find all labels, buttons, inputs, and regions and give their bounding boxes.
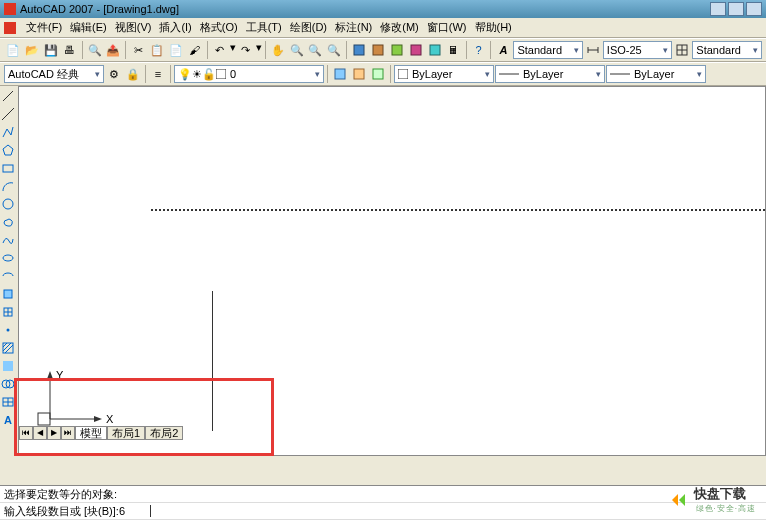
close-button[interactable]	[746, 2, 762, 16]
redo-dropdown[interactable]: ▾	[256, 41, 262, 59]
svg-rect-14	[373, 69, 383, 79]
svg-rect-11	[216, 69, 226, 79]
menu-tools[interactable]: 工具(T)	[242, 18, 286, 37]
menu-format[interactable]: 格式(O)	[196, 18, 242, 37]
open-button[interactable]: 📂	[23, 41, 41, 59]
table-style-combo[interactable]: Standard▾	[692, 41, 762, 59]
tab-model[interactable]: 模型	[75, 426, 107, 440]
menu-dimension[interactable]: 标注(N)	[331, 18, 376, 37]
layer-state-button[interactable]	[350, 65, 368, 83]
dim-style-combo[interactable]: ISO-25▾	[603, 41, 673, 59]
publish-button[interactable]: 📤	[104, 41, 122, 59]
tab-layout2[interactable]: 布局2	[145, 426, 183, 440]
pan-button[interactable]: ✋	[269, 41, 287, 59]
menu-view[interactable]: 视图(V)	[111, 18, 156, 37]
text-style-icon[interactable]: A	[494, 41, 512, 59]
command-input[interactable]	[119, 505, 149, 517]
construction-line-tool[interactable]	[0, 106, 16, 122]
tab-nav-first[interactable]: ⏮	[19, 426, 33, 440]
make-block-tool[interactable]	[0, 304, 16, 320]
table-style-icon[interactable]	[673, 41, 691, 59]
ellipse-tool[interactable]	[0, 250, 16, 266]
svg-line-32	[5, 345, 13, 353]
properties-button[interactable]	[350, 41, 368, 59]
maximize-button[interactable]	[728, 2, 744, 16]
dim-style-icon[interactable]	[584, 41, 602, 59]
point-tool[interactable]	[0, 322, 16, 338]
help-button[interactable]: ?	[470, 41, 488, 59]
watermark: 快盘下载 绿色·安全·高速	[670, 485, 756, 514]
polyline-tool[interactable]	[0, 124, 16, 140]
layer-previous-button[interactable]	[331, 65, 349, 83]
hatch-tool[interactable]	[0, 340, 16, 356]
ellipse-arc-tool[interactable]	[0, 268, 16, 284]
arc-tool[interactable]	[0, 178, 16, 194]
svg-rect-1	[373, 45, 383, 55]
zoom-window-button[interactable]: 🔍	[306, 41, 324, 59]
lightbulb-icon: 💡	[178, 69, 192, 80]
tab-nav-last[interactable]: ⏭	[61, 426, 75, 440]
sheet-set-button[interactable]	[407, 41, 425, 59]
region-tool[interactable]	[0, 376, 16, 392]
menu-file[interactable]: 文件(F)	[22, 18, 66, 37]
match-button[interactable]: 🖌	[186, 41, 204, 59]
text-style-combo[interactable]: Standard▾	[513, 41, 583, 59]
designcenter-button[interactable]	[369, 41, 387, 59]
command-input-row[interactable]: 输入线段数目或 [块(B)]:	[0, 503, 766, 520]
layer-manager-button[interactable]: ≡	[149, 65, 167, 83]
svg-point-23	[3, 255, 13, 261]
layer-combo[interactable]: 💡 ☀ 🔓 0 ▾	[174, 65, 324, 83]
paste-button[interactable]: 📄	[167, 41, 185, 59]
minimize-button[interactable]	[710, 2, 726, 16]
polygon-tool[interactable]	[0, 142, 16, 158]
menu-help[interactable]: 帮助(H)	[471, 18, 516, 37]
svg-marker-45	[679, 494, 685, 506]
lineweight-combo[interactable]: ByLayer▾	[606, 65, 706, 83]
color-combo[interactable]: ByLayer▾	[394, 65, 494, 83]
app-icon-small	[4, 22, 16, 34]
svg-rect-15	[398, 69, 408, 79]
insert-block-tool[interactable]	[0, 286, 16, 302]
zoom-previous-button[interactable]: 🔍	[325, 41, 343, 59]
gradient-tool[interactable]	[0, 358, 16, 374]
calc-button[interactable]: 🖩	[445, 41, 463, 59]
workspace-combo[interactable]: AutoCAD 经典▾	[4, 65, 104, 83]
linetype-combo[interactable]: ByLayer▾	[495, 65, 605, 83]
menu-insert[interactable]: 插入(I)	[155, 18, 195, 37]
menu-modify[interactable]: 修改(M)	[376, 18, 423, 37]
redo-button[interactable]: ↷	[237, 41, 255, 59]
drawing-area[interactable]: Y X ⏮ ◀ ▶ ⏭ 模型 布局1 布局2	[18, 86, 766, 456]
print-button[interactable]: 🖶	[61, 41, 79, 59]
svg-rect-12	[335, 69, 345, 79]
tab-layout1[interactable]: 布局1	[107, 426, 145, 440]
plot-preview-button[interactable]: 🔍	[86, 41, 104, 59]
spline-tool[interactable]	[0, 232, 16, 248]
rectangle-tool[interactable]	[0, 160, 16, 176]
menu-draw[interactable]: 绘图(D)	[286, 18, 331, 37]
workspace-settings-button[interactable]: ⚙	[105, 65, 123, 83]
draw-toolbar: A	[0, 86, 18, 430]
zoom-realtime-button[interactable]: 🔍	[288, 41, 306, 59]
svg-rect-3	[411, 45, 421, 55]
line-tool[interactable]	[0, 88, 16, 104]
tab-nav-next[interactable]: ▶	[47, 426, 61, 440]
svg-marker-40	[47, 371, 53, 379]
mtext-tool[interactable]: A	[0, 412, 16, 428]
revision-cloud-tool[interactable]	[0, 214, 16, 230]
undo-dropdown[interactable]: ▾	[230, 41, 236, 59]
new-button[interactable]: 📄	[4, 41, 22, 59]
undo-button[interactable]: ↶	[211, 41, 229, 59]
tool-palettes-button[interactable]	[388, 41, 406, 59]
copy-button[interactable]: 📋	[148, 41, 166, 59]
table-tool[interactable]	[0, 394, 16, 410]
layer-iso-button[interactable]	[369, 65, 387, 83]
cut-button[interactable]: ✂	[129, 41, 147, 59]
markup-button[interactable]	[426, 41, 444, 59]
workspace-lock-button[interactable]: 🔒	[124, 65, 142, 83]
menu-edit[interactable]: 编辑(E)	[66, 18, 111, 37]
circle-tool[interactable]	[0, 196, 16, 212]
menu-window[interactable]: 窗口(W)	[423, 18, 471, 37]
svg-rect-29	[3, 343, 13, 353]
tab-nav-prev[interactable]: ◀	[33, 426, 47, 440]
save-button[interactable]: 💾	[42, 41, 60, 59]
